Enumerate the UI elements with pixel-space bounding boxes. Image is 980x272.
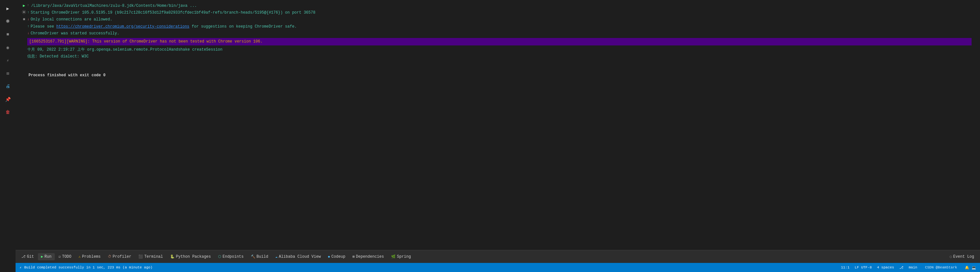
output-area[interactable]: ▶ ↑ /Library/Java/JavaVirtualMachines/zu… (16, 0, 980, 250)
sidebar-trash-icon[interactable]: 🗑 (2, 106, 14, 118)
output-text-7: 十月 09, 2022 2:19:27 上午 org.openqa.seleni… (27, 47, 223, 53)
sidebar-pin-icon[interactable]: ⚡ (2, 54, 14, 66)
output-text-5: ChromeDriver was started successfully. (31, 30, 119, 37)
toolbar-endpoints[interactable]: ⬡ Endpoints (215, 253, 247, 260)
git-icon: ⎇ (21, 254, 25, 259)
toolbar-python-packages[interactable]: 🐍 Python Packages (167, 253, 214, 260)
output-line-7: 十月 09, 2022 2:19:27 上午 org.openqa.seleni… (21, 46, 975, 53)
sidebar-bookmark-icon[interactable]: 📌 (2, 93, 14, 105)
spring-label: Spring (397, 254, 411, 259)
build-label: Build (257, 254, 268, 259)
profiler-icon: ⏱ (108, 254, 111, 259)
status-icon: ⚡ (19, 266, 22, 270)
run-marker: ▶ (21, 3, 27, 9)
output-line-2: ↑ Starting ChromeDriver 105.0.5195.19 (b… (21, 10, 975, 16)
output-line-8: 信息: Detected dialect: W3C (21, 53, 975, 60)
main-content: ▶ ↑ /Library/Java/JavaVirtualMachines/zu… (16, 0, 980, 272)
security-link[interactable]: https://chromedriver.chromium.org/securi… (56, 24, 189, 29)
output-line-3: ■ ↓ Only local connections are allowed. (21, 16, 975, 23)
toolbar-build[interactable]: 🔨 Build (248, 253, 272, 260)
sidebar-run-icon[interactable]: ▶ (2, 3, 14, 14)
down-arrow-5: ↓ (27, 30, 30, 36)
toolbar-todo[interactable]: ☑ TODO (56, 253, 75, 260)
output-text-1: /Library/Java/JavaVirtualMachines/zulu-8… (31, 3, 197, 9)
codeup-icon: ◆ (328, 254, 330, 259)
cursor-position: 11:1 (841, 266, 850, 269)
toolbar-git[interactable]: ⎇ Git (18, 253, 37, 260)
branch-icon: ⎇ (899, 266, 904, 270)
terminal-icon: ⬛ (138, 254, 143, 259)
status-text: Build completed successfully in 1 sec, 2… (24, 266, 153, 269)
toolbar-alibaba[interactable]: ☁ Alibaba Cloud View (272, 253, 324, 260)
toolbar-problems[interactable]: ⚠ Problems (75, 253, 104, 260)
sidebar-settings-icon[interactable] (2, 16, 14, 27)
indent-info: 4 spaces (877, 266, 894, 269)
python-packages-label: Python Packages (176, 254, 211, 259)
output-line-finished: Process finished with exit code 0 (27, 67, 975, 79)
event-log-icon: ◯ (950, 254, 952, 259)
toolbar-profiler[interactable]: ⏱ Profiler (105, 253, 135, 260)
branch-name: main (909, 266, 917, 269)
connection-icons: 🔔 💻 (965, 266, 976, 270)
output-line-5: ↓ ChromeDriver was started successfully. (21, 30, 975, 37)
user-info: CSDN @BeamStark (925, 266, 957, 269)
dependencies-icon: ⊞ (353, 254, 355, 259)
up-arrow-1: ↑ (27, 3, 29, 8)
sidebar-print-icon[interactable]: 🖨 (2, 80, 14, 92)
output-line-1: ▶ ↑ /Library/Java/JavaVirtualMachines/zu… (21, 3, 975, 10)
output-line-6: [1665253167.791][WARNING]: This version … (21, 38, 975, 46)
dependencies-label: Dependencies (356, 254, 384, 259)
sidebar-stop-icon[interactable]: ■ (2, 29, 14, 40)
toolbar-dependencies[interactable]: ⊞ Dependencies (349, 253, 387, 260)
profiler-label: Profiler (113, 254, 132, 259)
toolbar-run[interactable]: ▶ Run (38, 253, 55, 260)
sidebar-camera-icon[interactable]: ◉ (2, 42, 14, 53)
output-line-4: ↑ Please see https://chromedriver.chromi… (21, 23, 975, 30)
problems-icon: ⚠ (78, 254, 81, 259)
output-text-2: Starting ChromeDriver 105.0.5195.19 (b9c… (31, 10, 316, 16)
codeup-label: Codeup (331, 254, 345, 259)
status-right: 11:1 LF UTF-8 4 spaces ⎇ main CSDN @Beam… (841, 266, 976, 270)
svg-point-0 (23, 11, 25, 13)
left-sidebar: ▶ ■ ◉ ⚡ ⊞ 🖨 📌 🗑 (0, 0, 16, 253)
bottom-toolbar: ⎇ Git ▶ Run ☑ TODO ⚠ Problems ⏱ Profiler… (16, 250, 980, 263)
todo-label: TODO (62, 254, 71, 259)
output-text-8: 信息: Detected dialect: W3C (27, 54, 89, 60)
toolbar-codeup[interactable]: ◆ Codeup (325, 253, 349, 260)
run-label: Run (45, 254, 51, 259)
settings-marker (21, 10, 27, 14)
stop-marker: ■ (21, 16, 27, 23)
event-log-label: Event Log (953, 254, 974, 259)
up-arrow-2: ↑ (27, 10, 30, 16)
output-text-3: Only local connections are allowed. (31, 16, 113, 23)
status-left: ⚡ Build completed successfully in 1 sec,… (19, 266, 153, 270)
status-bar: ⚡ Build completed successfully in 1 sec,… (16, 263, 980, 272)
toolbar-run-icon: ▶ (41, 254, 43, 259)
toolbar-spring[interactable]: 🌿 Spring (388, 253, 414, 260)
terminal-label: Terminal (144, 254, 163, 259)
warning-badge: [1665253167.791][WARNING]: This version … (27, 38, 972, 45)
endpoints-label: Endpoints (223, 254, 244, 259)
build-icon: 🔨 (251, 254, 255, 259)
alibaba-label: Alibaba Cloud View (279, 254, 321, 259)
endpoints-icon: ⬡ (218, 254, 221, 259)
output-text-4: Please see https://chromedriver.chromium… (31, 24, 297, 30)
down-arrow-3: ↓ (27, 16, 30, 22)
problems-label: Problems (82, 254, 101, 259)
git-label: Git (27, 254, 34, 259)
sidebar-grid-icon[interactable]: ⊞ (2, 67, 14, 79)
alibaba-icon: ☁ (275, 254, 278, 259)
process-finished-text: Process finished with exit code 0 (29, 72, 106, 78)
toolbar-terminal[interactable]: ⬛ Terminal (135, 253, 166, 260)
python-icon: 🐍 (170, 254, 175, 259)
todo-icon: ☑ (59, 254, 61, 259)
up-arrow-4: ↑ (27, 24, 30, 30)
encoding-info: LF UTF-8 (854, 266, 872, 269)
spring-icon: 🌿 (391, 254, 396, 259)
toolbar-event-log[interactable]: ◯ Event Log (947, 253, 977, 260)
